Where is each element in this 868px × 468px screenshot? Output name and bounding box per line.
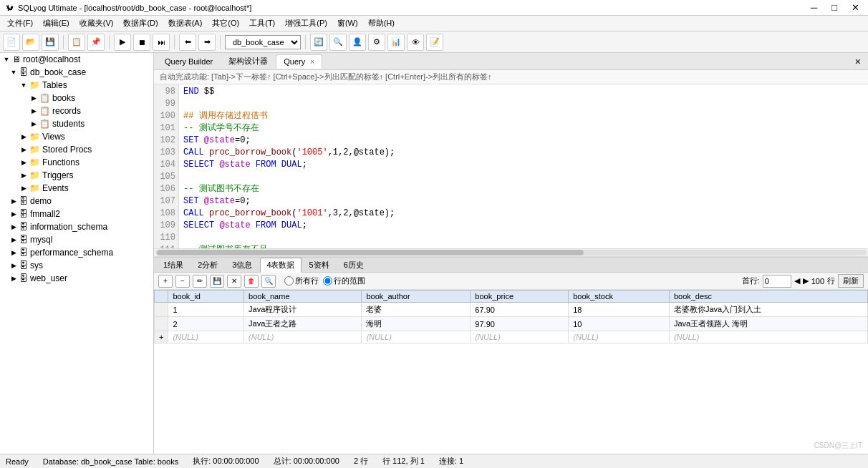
sidebar-item-sys[interactable]: ▶🗄sys: [0, 259, 153, 272]
toolbar-search-btn[interactable]: 🔍: [329, 34, 347, 51]
table-row[interactable]: 2Java王者之路海明97.9010Java王者领路人 海明: [155, 317, 868, 331]
sidebar-item-demo[interactable]: ▶🗄demo: [0, 195, 153, 208]
toolbar-view-btn[interactable]: 👁: [407, 34, 424, 51]
table-cell[interactable]: Java王者之路: [244, 317, 362, 331]
table-cell[interactable]: 2: [168, 317, 244, 331]
toolbar-prev-btn[interactable]: ⬅: [179, 34, 196, 51]
radio-selected[interactable]: 行的范围: [323, 276, 365, 286]
table-cell[interactable]: Java程序设计: [244, 303, 362, 317]
toolbar-open-btn[interactable]: 📂: [22, 34, 39, 51]
result-clear-btn[interactable]: 🗑: [244, 275, 259, 288]
table-cell[interactable]: (NULL): [362, 331, 471, 343]
table-cell[interactable]: 97.90: [471, 317, 569, 331]
sidebar-item-Events[interactable]: ▶📁Events: [0, 182, 153, 195]
table-header-book_stock[interactable]: book_stock: [569, 291, 670, 303]
sidebar-item-books[interactable]: ▶📋books: [0, 92, 153, 104]
table-row[interactable]: 1Java程序设计老婆67.9018老婆教你Java入门到入土: [155, 303, 868, 317]
sidebar-item-performance_schema[interactable]: ▶🗄performance_schema: [0, 246, 153, 259]
toolbar-table-btn[interactable]: 📊: [387, 34, 405, 51]
sidebar-item-records[interactable]: ▶📋records: [0, 104, 153, 117]
result-tab-1__[interactable]: 1结果: [157, 258, 190, 273]
tab-query-close[interactable]: ×: [310, 58, 314, 66]
menu-item-F[interactable]: 文件(F): [3, 16, 37, 30]
toolbar-refresh-btn[interactable]: 🔄: [310, 34, 327, 51]
table-header-book_id[interactable]: book_id: [168, 291, 244, 303]
page-nav-next[interactable]: ▶: [803, 276, 809, 286]
page-nav-prev[interactable]: ◀: [794, 276, 800, 286]
table-cell[interactable]: 1: [168, 303, 244, 317]
toolbar-user-btn[interactable]: 👤: [349, 34, 366, 51]
tab-query[interactable]: Query ×: [276, 54, 322, 69]
table-cell[interactable]: (NULL): [168, 331, 244, 343]
menu-item-D[interactable]: 数据库(D): [119, 16, 162, 30]
table-header-book_author[interactable]: book_author: [362, 291, 471, 303]
close-btn[interactable]: ✕: [849, 2, 862, 13]
result-tab-2__[interactable]: 2分析: [191, 258, 224, 273]
sidebar-item-web_user[interactable]: ▶🗄web_user: [0, 272, 153, 285]
menu-item-W[interactable]: 窗(W): [333, 16, 362, 30]
minimize-btn[interactable]: ─: [808, 2, 820, 13]
result-filter-btn[interactable]: 🔍: [261, 275, 276, 288]
close-panel-btn[interactable]: ×: [851, 56, 865, 67]
sidebar-item-mysql[interactable]: ▶🗄mysql: [0, 233, 153, 246]
toolbar-proc-btn[interactable]: 📝: [426, 34, 443, 51]
menu-item-E[interactable]: 编辑(E): [39, 16, 74, 30]
sidebar-item-db_book_case[interactable]: ▼🗄db_book_case: [0, 66, 153, 79]
table-cell[interactable]: 10: [569, 317, 670, 331]
table-cell[interactable]: 老婆教你Java入门到入土: [669, 303, 867, 317]
menu-item-P[interactable]: 增强工具(P): [281, 16, 332, 30]
result-tab-6__[interactable]: 6历史: [337, 258, 370, 273]
result-add-btn[interactable]: +: [158, 275, 173, 288]
table-cell[interactable]: (NULL): [569, 331, 670, 343]
table-header-book_price[interactable]: book_price: [471, 291, 569, 303]
database-selector[interactable]: db_book_case: [225, 35, 301, 49]
table-header-book_desc[interactable]: book_desc: [669, 291, 867, 303]
sidebar-item-students[interactable]: ▶📋students: [0, 117, 153, 130]
query-editor[interactable]: 9899100101102103104105106107108109110111…: [154, 84, 868, 248]
toolbar-copy-btn[interactable]: 📋: [68, 34, 85, 51]
result-save-btn[interactable]: 💾: [210, 275, 224, 288]
code-content[interactable]: END $$ ## 调用存储过程借书-- 测试学号不存在SET @state=0…: [179, 84, 868, 248]
maximize-btn[interactable]: □: [829, 2, 840, 13]
result-cancel-btn[interactable]: ✕: [227, 275, 241, 288]
radio-all[interactable]: 所有行: [284, 276, 319, 286]
tab-query-builder[interactable]: Query Builder: [157, 54, 221, 69]
table-cell[interactable]: 18: [569, 303, 670, 317]
goto-input[interactable]: [763, 275, 791, 288]
sidebar-item-Views[interactable]: ▶📁Views: [0, 130, 153, 143]
radio-selected-input[interactable]: [323, 276, 332, 286]
table-cell[interactable]: (NULL): [244, 331, 362, 343]
toolbar-run-btn[interactable]: ▶: [114, 34, 131, 51]
sidebar-item-information_schema[interactable]: ▶🗄information_schema: [0, 220, 153, 233]
table-cell[interactable]: (NULL): [471, 331, 569, 343]
toolbar-paste-btn[interactable]: 📌: [87, 34, 105, 51]
toolbar-new-btn[interactable]: 📄: [3, 34, 20, 51]
result-delete-btn[interactable]: −: [175, 275, 190, 288]
sidebar-item-fmmall2[interactable]: ▶🗄fmmall2: [0, 208, 153, 220]
menu-item-A[interactable]: 数据表(A): [164, 16, 207, 30]
tab-schema-designer[interactable]: 架构设计器: [221, 53, 276, 69]
result-tab-4___[interactable]: 4表数据: [260, 258, 301, 273]
toolbar-stop-btn[interactable]: ⏹: [133, 34, 150, 51]
menu-item-V[interactable]: 收藏夹(V): [75, 16, 118, 30]
menu-item-H[interactable]: 帮助(H): [364, 16, 399, 30]
menu-item-O[interactable]: 其它(O): [208, 16, 243, 30]
result-tab-5__[interactable]: 5资料: [303, 258, 336, 273]
toolbar-config-btn[interactable]: ⚙: [368, 34, 385, 51]
toolbar-save-btn[interactable]: 💾: [42, 34, 59, 51]
table-cell[interactable]: Java王者领路人 海明: [669, 317, 867, 331]
table-cell[interactable]: 老婆: [362, 303, 471, 317]
table-cell[interactable]: (NULL): [669, 331, 867, 343]
result-tab-3__[interactable]: 3信息: [226, 258, 259, 273]
radio-all-input[interactable]: [284, 276, 294, 286]
toolbar-run-all-btn[interactable]: ⏭: [153, 34, 170, 51]
sidebar-item-Functions[interactable]: ▶📁Functions: [0, 156, 153, 169]
sidebar-item-Stored_Procs[interactable]: ▶📁Stored Procs: [0, 143, 153, 156]
menu-item-T[interactable]: 工具(T): [245, 16, 279, 30]
sidebar-item-Tables[interactable]: ▼📁Tables: [0, 79, 153, 92]
table-row[interactable]: +(NULL)(NULL)(NULL)(NULL)(NULL)(NULL): [155, 331, 868, 343]
sidebar-item-Triggers[interactable]: ▶📁Triggers: [0, 169, 153, 182]
sidebar-item-root_localhost[interactable]: ▼🖥root@localhost: [0, 53, 153, 66]
table-cell[interactable]: 67.90: [471, 303, 569, 317]
toolbar-next-btn[interactable]: ➡: [198, 34, 216, 51]
